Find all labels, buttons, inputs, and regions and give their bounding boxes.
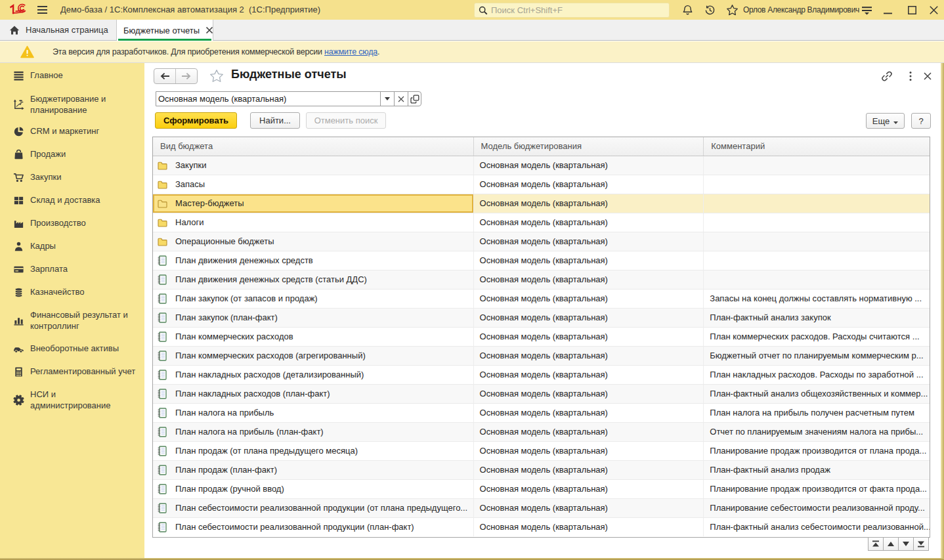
- go-down-button[interactable]: [898, 537, 914, 551]
- sidebar-item-sales[interactable]: Продажи: [0, 148, 144, 160]
- cell-comment[interactable]: [703, 194, 930, 213]
- cell-budget-type[interactable]: План закупок (план-факт): [153, 309, 473, 327]
- main-menu-icon[interactable]: [37, 5, 47, 14]
- cell-comment[interactable]: [703, 156, 930, 175]
- sidebar-item-hr[interactable]: Кадры: [0, 240, 144, 252]
- cell-model[interactable]: Основная модель (квартальная): [473, 328, 704, 346]
- more-button[interactable]: Еще: [866, 113, 905, 129]
- go-last-button[interactable]: [913, 537, 929, 551]
- global-search[interactable]: [474, 3, 670, 18]
- table-row[interactable]: План коммерческих расходовОсновная модел…: [153, 328, 930, 347]
- cell-budget-type[interactable]: План себестоимости реализованной продукц…: [153, 518, 473, 536]
- sidebar-item-budgeting[interactable]: Бюджетирование и планирование: [0, 94, 144, 116]
- help-button[interactable]: ?: [911, 113, 931, 129]
- cell-model[interactable]: Основная модель (квартальная): [473, 194, 704, 213]
- cell-model[interactable]: Основная модель (квартальная): [473, 213, 704, 232]
- go-first-button[interactable]: [868, 537, 884, 551]
- table-row[interactable]: План закупок (от запасов и продаж)Основн…: [153, 290, 930, 309]
- go-up-button[interactable]: [883, 537, 899, 551]
- cell-budget-type[interactable]: Операционные бюджеты: [153, 232, 473, 251]
- app-settings-icon[interactable]: [861, 4, 873, 16]
- sidebar-item-payroll[interactable]: Зарплата: [0, 263, 144, 275]
- table-row[interactable]: ЗапасыОсновная модель (квартальная): [153, 175, 930, 194]
- table-row[interactable]: НалогиОсновная модель (квартальная): [153, 213, 930, 232]
- cell-model[interactable]: Основная модель (квартальная): [473, 442, 704, 460]
- cell-model[interactable]: Основная модель (квартальная): [473, 385, 704, 403]
- table-row[interactable]: Операционные бюджетыОсновная модель (ква…: [153, 232, 930, 251]
- minimize-button[interactable]: [882, 5, 893, 16]
- table-row[interactable]: План движения денежных средств (статьи Д…: [153, 270, 930, 290]
- cell-model[interactable]: Основная модель (квартальная): [473, 404, 704, 422]
- budget-model-combobox[interactable]: Основная модель (квартальная): [156, 91, 421, 106]
- cell-budget-type[interactable]: Закупки: [153, 156, 473, 175]
- cell-comment[interactable]: План-фактный анализ себестоимости реализ…: [703, 518, 930, 536]
- forward-button[interactable]: [176, 69, 198, 83]
- cell-budget-type[interactable]: План закупок (от запасов и продаж): [153, 290, 473, 308]
- search-input[interactable]: [491, 5, 655, 15]
- column-header-comment[interactable]: Комментарий: [703, 137, 930, 156]
- close-page-icon[interactable]: [922, 70, 933, 82]
- maximize-button[interactable]: [907, 5, 918, 16]
- cell-model[interactable]: Основная модель (квартальная): [473, 232, 704, 251]
- cell-budget-type[interactable]: План себестоимости реализованной продукц…: [153, 499, 473, 517]
- combobox-dropdown-button[interactable]: [380, 92, 394, 106]
- cell-budget-type[interactable]: Мастер-бюджеты: [153, 194, 473, 213]
- generate-button[interactable]: Сформировать: [155, 112, 237, 129]
- notifications-bell-icon[interactable]: [681, 4, 694, 16]
- cell-comment[interactable]: План-фактный анализ общехозяйственных и …: [703, 385, 930, 403]
- cell-model[interactable]: Основная модель (квартальная): [473, 347, 704, 365]
- table-row[interactable]: План движения денежных средствОсновная м…: [153, 251, 930, 270]
- favorites-star-icon[interactable]: [726, 4, 739, 16]
- cell-model[interactable]: Основная модель (квартальная): [473, 423, 704, 441]
- cell-budget-type[interactable]: Запасы: [153, 175, 473, 194]
- cell-comment[interactable]: Планирование себестоимости реализованной…: [703, 499, 930, 517]
- cell-budget-type[interactable]: План движения денежных средств (статьи Д…: [153, 270, 473, 289]
- table-row[interactable]: План налога на прибыльОсновная модель (к…: [153, 404, 930, 423]
- sidebar-item-warehouse[interactable]: Склад и доставка: [0, 194, 144, 206]
- cell-comment[interactable]: [703, 213, 930, 232]
- cell-comment[interactable]: План-фактный анализ закупок: [703, 309, 930, 327]
- tab-budget-reports[interactable]: Бюджетные отчеты: [117, 20, 213, 41]
- table-row[interactable]: ЗакупкиОсновная модель (квартальная): [153, 156, 930, 175]
- cell-model[interactable]: Основная модель (квартальная): [473, 156, 704, 175]
- history-icon[interactable]: [704, 4, 716, 16]
- cell-model[interactable]: Основная модель (квартальная): [473, 499, 704, 517]
- cell-budget-type[interactable]: План налога на прибыль: [153, 404, 473, 422]
- sidebar-item-main[interactable]: Главное: [0, 70, 144, 81]
- cell-comment[interactable]: [703, 270, 930, 289]
- combobox-clear-button[interactable]: [394, 92, 408, 106]
- table-row[interactable]: План себестоимости реализованной продукц…: [153, 499, 930, 518]
- table-row[interactable]: План коммерческих расходов (агрегированн…: [153, 347, 930, 366]
- sidebar-item-assets[interactable]: Внеоборотные активы: [0, 343, 144, 355]
- cell-budget-type[interactable]: План коммерческих расходов: [153, 328, 473, 346]
- cell-budget-type[interactable]: Налоги: [153, 213, 473, 232]
- cell-model[interactable]: Основная модель (квартальная): [473, 251, 704, 270]
- cell-model[interactable]: Основная модель (квартальная): [473, 309, 704, 327]
- sidebar-item-admin[interactable]: НСИ и администрирование: [0, 389, 144, 411]
- table-row[interactable]: План накладных расходов (план-факт)Основ…: [153, 385, 930, 404]
- cell-model[interactable]: Основная модель (квартальная): [473, 366, 704, 384]
- more-menu-dots-icon[interactable]: [905, 70, 916, 82]
- cell-comment[interactable]: Отчет по планируемым значениям налога на…: [703, 423, 930, 441]
- table-row[interactable]: План продаж (ручной ввод)Основная модель…: [153, 480, 930, 499]
- cell-model[interactable]: Основная модель (квартальная): [473, 290, 704, 308]
- column-header-model[interactable]: Модель бюджетирования: [473, 137, 704, 156]
- table-row[interactable]: План закупок (план-факт)Основная модель …: [153, 309, 930, 328]
- cell-budget-type[interactable]: План движения денежных средств: [153, 251, 473, 270]
- cell-comment[interactable]: [703, 175, 930, 194]
- cell-budget-type[interactable]: План накладных расходов (детализированны…: [153, 366, 473, 384]
- table-row[interactable]: Мастер-бюджетыОсновная модель (квартальн…: [153, 194, 930, 213]
- table-row[interactable]: План продаж (план-факт)Основная модель (…: [153, 461, 930, 480]
- cell-model[interactable]: Основная модель (квартальная): [473, 270, 704, 289]
- column-header-budget-type[interactable]: Вид бюджета: [153, 137, 473, 156]
- cell-comment[interactable]: План-фактный анализ продаж: [703, 461, 930, 479]
- cell-comment[interactable]: Планирование продаж производится от план…: [703, 442, 930, 460]
- cell-comment[interactable]: Бюджетный отчет по планируемым коммерчес…: [703, 347, 930, 365]
- cell-budget-type[interactable]: План накладных расходов (план-факт): [153, 385, 473, 403]
- cell-comment[interactable]: План налога на прибыль получен расчетным…: [703, 404, 930, 422]
- cell-comment[interactable]: Планирование продаж производится от факт…: [703, 480, 930, 498]
- cell-budget-type[interactable]: План коммерческих расходов (агрегированн…: [153, 347, 473, 365]
- get-link-icon[interactable]: [881, 70, 893, 82]
- table-row[interactable]: План налога на прибыль (план-факт)Основн…: [153, 423, 930, 442]
- table-row[interactable]: План продаж (от плана предыдущего месяца…: [153, 442, 930, 461]
